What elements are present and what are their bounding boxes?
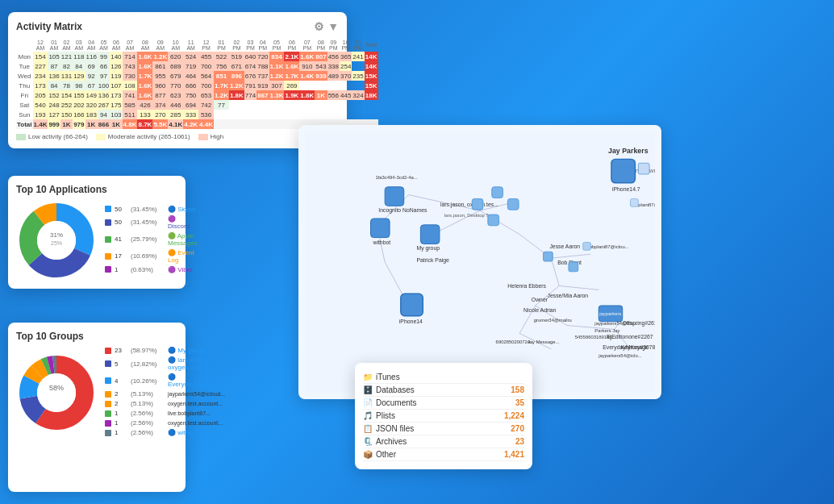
legend-item: 41 (25.79%) 🟢 Apple Messages	[105, 232, 197, 247]
svg-rect-55	[569, 262, 578, 272]
matrix-legend: Low activity (66-264) Moderate activity …	[16, 133, 339, 140]
file-row: 📄Documents 35	[363, 397, 524, 410]
svg-text:My group: My group	[416, 245, 440, 252]
svg-text:Patrick Paige: Patrick Paige	[416, 257, 449, 264]
svg-text:jayparkers54@iclo...: jayparkers54@iclo...	[598, 353, 642, 358]
file-row: 🗄️Databases 158	[363, 384, 524, 397]
legend-item: 2 (5.13%) jayparkers54@icloud...	[105, 390, 225, 398]
svg-text:iPhone14.7: iPhone14.7	[612, 186, 640, 192]
svg-line-29	[559, 285, 598, 289]
svg-rect-77	[611, 159, 635, 182]
file-row: 🗜️Archives 23	[363, 435, 524, 448]
legend-item: 1 (2.56%) live:bobplant87...	[105, 410, 225, 417]
activity-matrix-title: Activity Matrix ⚙ ▼	[16, 20, 339, 33]
top-apps-title: Top 10 Applications	[16, 184, 177, 195]
legend-item: 17 (10.69%) 🟠 Event Log	[105, 249, 197, 264]
svg-rect-81	[631, 198, 639, 206]
svg-rect-50	[401, 294, 423, 315]
legend-item: 4 (10.26%) 🔵 EverydayMessage	[105, 373, 225, 388]
table-row: Fri 205152154155149136173 7411.6K8776237…	[16, 90, 378, 100]
svg-text:25%: 25%	[51, 240, 62, 246]
svg-text:KeyKey#3078: KeyKey#3078	[621, 344, 655, 351]
gear-icon[interactable]: ⚙ ▼	[314, 20, 339, 33]
donut-chart: 31% 25%	[16, 200, 97, 281]
svg-text:Jesse Aaron: Jesse Aaron	[549, 244, 580, 249]
groups-legend: 23 (58.97%) 🔵 My group 5 (12.82%) 🔵 lars…	[105, 347, 225, 439]
svg-text:iPhone14: iPhone14	[399, 319, 423, 324]
top-groups-title: Top 10 Groups	[16, 331, 177, 342]
svg-rect-36	[371, 219, 390, 238]
svg-text:lars.jason, oxygen.tes...: lars.jason, oxygen.tes...	[440, 202, 498, 208]
svg-text:bobplant87@iclou...: bobplant87@iclou...	[587, 244, 629, 249]
svg-rect-57	[583, 242, 591, 250]
svg-text:Helenra Ebbers: Helenra Ebbers	[507, 283, 546, 289]
svg-rect-38	[385, 187, 404, 206]
svg-rect-40	[420, 225, 440, 244]
svg-text:1fa3c494-3cd2-4a...: 1fa3c494-3cd2-4a...	[375, 175, 418, 180]
svg-text:Incognito NoNames: Incognito NoNames	[378, 207, 427, 214]
svg-rect-49	[488, 215, 499, 226]
table-row: Wed 2341361311299297119 7301.7K955679464…	[16, 71, 378, 81]
file-row: 📦Other 1,421	[363, 448, 524, 461]
svg-rect-48	[507, 198, 519, 210]
top-groups-card: Top 10 Groups 58% 23 (58.97%) 🔵 My group	[8, 323, 186, 492]
svg-text:Nicole Adrian: Nicole Adrian	[523, 307, 557, 313]
legend-item: 23 (58.97%) 🔵 My group	[105, 347, 225, 354]
donut-container: 31% 25% 50 (31.45%) 🔵 Skype 50 (31.45%) …	[16, 200, 177, 281]
activity-matrix-card: Activity Matrix ⚙ ▼ 12 AM01 AM02 AM03 AM…	[8, 12, 347, 148]
file-row: 📋JSON files 270	[363, 423, 524, 435]
svg-text:withbot: withbot	[372, 240, 390, 245]
svg-rect-46	[472, 198, 483, 210]
table-row: Tue 2278782846966126 7431.6K861689719 70…	[16, 61, 378, 71]
table-row: Sun 19312715016618394103 511133270285333…	[16, 110, 378, 119]
svg-text:lars.jason, Desktop Ter: lars.jason, Desktop Ter	[444, 213, 493, 218]
svg-text:31%: 31%	[50, 231, 63, 239]
legend-item: 50 (31.45%) 🟣 Discord	[105, 215, 197, 230]
svg-text:Owner: Owner	[532, 297, 548, 302]
svg-text:Parkers Jay: Parkers Jay	[594, 328, 619, 333]
svg-text:58%: 58%	[49, 384, 64, 392]
svg-text:Jesse/Mia Aaron: Jesse/Mia Aaron	[547, 293, 588, 298]
top-apps-card: Top 10 Applications 31% 25% 50 (31.45%) …	[8, 176, 186, 289]
groups-donut-chart: 58%	[16, 352, 97, 433]
svg-text:grumer34@mailru: grumer34@mailru	[534, 318, 572, 323]
legend-item: 1 (0.63%) 🟣 Viber	[105, 266, 197, 273]
legend-item: 1 (2.56%) 🔵 withbot	[105, 429, 225, 436]
network-svg: withbot Incognito NoNames My group lars.…	[305, 131, 655, 393]
legend-item: 50 (31.45%) 🔵 Skype	[105, 206, 197, 213]
legend-item: 2 (5.13%) oxygen.test.account...	[105, 400, 225, 407]
file-row: 🎵Plists 1,224	[363, 410, 524, 423]
svg-text:jayparkers: jayparkers	[598, 311, 621, 316]
svg-line-28	[551, 254, 590, 258]
matrix-table: 12 AM01 AM02 AM03 AM04 AM05 AM06 AM 07 A…	[16, 38, 378, 129]
svg-text:Jay Message...: Jay Message...	[528, 339, 560, 344]
svg-rect-47	[492, 187, 503, 198]
legend-item: 1 (2.56%) oxygen.test.account...	[105, 419, 225, 427]
svg-text:Jay Parkers: Jay Parkers	[608, 147, 648, 155]
file-row: 📁iTunes	[363, 371, 524, 384]
legend-item: 5 (12.82%) 🔵 lars.jason, oxygen.tes.	[105, 356, 225, 371]
network-card: withbot Incognito NoNames My group lars.…	[298, 125, 661, 399]
files-card: 📁iTunes 🗄️Databases 158 📄Documents 35 🎵P…	[355, 363, 532, 469]
svg-rect-54	[544, 252, 553, 261]
groups-donut-container: 58% 23 (58.97%) 🔵 My group 5 (12.82%) 🔵 …	[16, 347, 177, 439]
svg-point-16	[37, 373, 76, 412]
table-row: Thu 17384789867100107 1081.6K960770666 7…	[16, 81, 378, 90]
table-row: Mon 15410512111811699140 7141.6K1.2K6205…	[16, 52, 378, 61]
svg-rect-79	[638, 163, 649, 174]
apps-legend: 50 (31.45%) 🔵 Skype 50 (31.45%) 🟣 Discor…	[105, 206, 197, 276]
svg-text:Offspring#2619: Offspring#2619	[623, 320, 655, 327]
table-row: Sat 540248252202320267175 58542637444669…	[16, 100, 378, 110]
svg-text:54558603189146...: 54558603189146...	[575, 335, 616, 339]
